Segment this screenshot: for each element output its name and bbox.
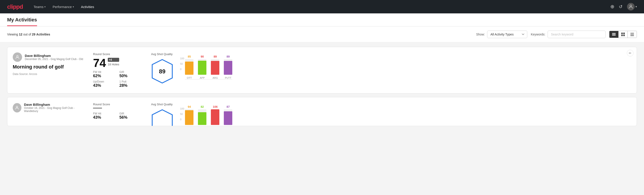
avatar (627, 3, 635, 10)
activity-info: Dave Billingham October 16, 2021 - Gog M… (13, 103, 84, 115)
data-source: Data Source: Arccos (13, 72, 84, 76)
bar-app-2: 82 APP (198, 105, 206, 126)
svg-rect-2 (612, 34, 616, 35)
round-score: 74 (93, 57, 106, 69)
bar-ott-2: 94 OTT (185, 105, 194, 126)
gir-label: GIR (120, 70, 142, 74)
svg-marker-16 (152, 110, 172, 126)
view-list-dense-button[interactable] (610, 31, 618, 38)
nav-activities-label: Activities (81, 5, 94, 9)
bar-arg-2: 106 ARG (211, 105, 219, 126)
bar-putt-fill (224, 61, 232, 75)
bar-chart-wrapper-2: 100 50 0 94 OTT 82 (180, 107, 631, 126)
avg-shot-quality-label: Avg Shot Quality (151, 103, 174, 106)
bar-chart-wrapper: 100 50 0 85 OTT (180, 57, 631, 80)
page-header: My Activities (0, 14, 644, 26)
updown-value: 43% (93, 83, 116, 88)
svg-rect-5 (623, 32, 625, 34)
activity-title: Morning round of golf (13, 64, 84, 70)
hexagon-container: 89 (151, 58, 174, 84)
show-label: Show: (476, 32, 485, 36)
view-grid-button[interactable] (618, 31, 628, 38)
score-placeholder (93, 108, 102, 108)
nav-teams-label: Teams (34, 5, 44, 9)
viewing-text: Viewing 12 out of 29 Activities (7, 32, 472, 36)
bar-putt-value: 89 (226, 55, 230, 58)
nav-item-teams[interactable]: Teams ▾ (34, 4, 46, 10)
score-badge: +4 (108, 58, 119, 62)
bar-ott-2-value: 94 (188, 105, 191, 108)
avatar (13, 52, 22, 62)
svg-rect-11 (630, 35, 634, 36)
show-filter-group: Show: All Activity Types (476, 30, 527, 38)
view-list-spaced-button[interactable] (628, 31, 637, 38)
y-label-100: 100 (180, 57, 184, 60)
avatar-chevron: ▾ (636, 5, 637, 8)
activity-date: October 16, 2021 - Gog Magog Golf Club -… (24, 106, 84, 113)
user-name: Dave Billingham (25, 54, 83, 58)
gir-value: 56% (120, 115, 142, 120)
fw-hit-label: FW Hit (93, 112, 116, 115)
avatar (13, 103, 22, 112)
bar-ott-value: 85 (188, 55, 191, 58)
brand-logo: clippd (7, 3, 23, 10)
svg-point-0 (630, 5, 632, 7)
gir-label: GIR (120, 112, 142, 115)
svg-rect-8 (630, 33, 634, 33)
one-putt-value: 28% (120, 83, 142, 88)
user-row: Dave Billingham October 16, 2021 - Gog M… (13, 103, 84, 113)
bar-arg-label: ARG (212, 76, 218, 79)
holes-count: 18 Holes (108, 63, 119, 66)
keywords-label: Keywords: (531, 32, 545, 36)
svg-rect-3 (612, 35, 616, 36)
fw-hit-value: 62% (93, 74, 116, 78)
activity-card: Dave Billingham October 16, 2021 - Gog M… (7, 97, 637, 126)
quality-section: Avg Shot Quality 100 50 0 (151, 103, 631, 126)
y-label-50: 50 (180, 62, 184, 65)
activity-date: December 05, 2021 - Gog Magog Golf Club … (25, 58, 83, 61)
bar-arg: 89 ARG (211, 55, 219, 79)
bar-ott-fill (185, 62, 194, 75)
shot-quality-score: 89 (159, 68, 166, 75)
svg-rect-6 (621, 34, 623, 36)
fw-hit-label: FW Hit (93, 70, 116, 74)
activity-info: Dave Billingham December 05, 2021 - Gog … (13, 52, 84, 76)
quality-section: Avg Shot Quality 89 100 50 0 (151, 52, 631, 84)
bar-app-label: APP (200, 76, 205, 79)
activity-type-select[interactable]: All Activity Types (487, 30, 527, 38)
one-putt-label: 1 Putt (120, 80, 142, 83)
page-title: My Activities (7, 17, 37, 26)
stats-grid: FW Hit 62% GIR 50% Up/Down 43% 1 Putt 28… (93, 70, 142, 88)
navbar-actions: ⊕ ↺ ▾ (610, 3, 637, 10)
edit-button[interactable]: ✏ (627, 50, 634, 56)
viewing-suffix: Activities (36, 32, 50, 36)
refresh-button[interactable]: ↺ (619, 4, 622, 9)
bar-putt-2: 87 PUTT (224, 105, 232, 126)
y-label-0: 0 (180, 68, 184, 70)
chevron-down-icon: ▾ (73, 6, 74, 8)
activities-list: ✏ Dave Billingham December 05, 2021 - Go… (0, 42, 644, 134)
bar-app-2-value: 82 (200, 105, 204, 108)
chevron-down-icon: ▾ (44, 6, 46, 8)
svg-point-15 (16, 106, 18, 108)
viewing-total: 29 (32, 32, 36, 36)
svg-rect-12 (630, 36, 634, 36)
nav-item-activities[interactable]: Activities (81, 4, 94, 10)
bar-ott-label: OTT (187, 76, 192, 79)
svg-rect-1 (612, 33, 616, 34)
bar-putt: 89 PUTT (224, 55, 232, 79)
gir-value: 50% (120, 74, 142, 78)
search-input[interactable] (548, 30, 606, 38)
round-stats: Round Score FW Hit 43% GIR 56% (93, 103, 142, 120)
add-button[interactable]: ⊕ (610, 4, 614, 10)
bar-arg-fill (211, 61, 219, 75)
keywords-filter-group: Keywords: (531, 30, 606, 38)
nav-item-performance[interactable]: Performance ▾ (53, 4, 74, 10)
navbar: clippd Teams ▾ Performance ▾ Activities … (0, 0, 644, 14)
svg-rect-10 (630, 34, 634, 35)
round-score-label: Round Score (93, 52, 142, 56)
avatar-button[interactable]: ▾ (627, 3, 637, 10)
activity-card: ✏ Dave Billingham December 05, 2021 - Go… (7, 47, 637, 94)
bar-app-value: 90 (200, 55, 204, 58)
bar-arg-2-value: 106 (213, 105, 218, 108)
